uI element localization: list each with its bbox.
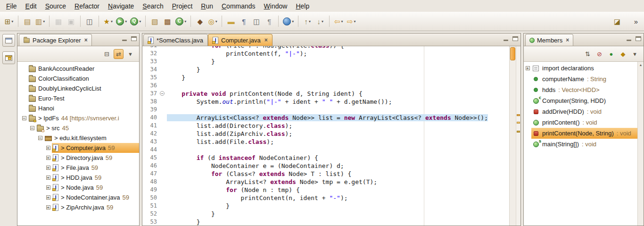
code-line[interactable]: 45 if (d instanceof NodeContainer) { <box>142 154 508 162</box>
dropdown-arrow-icon[interactable]: ▾ <box>354 19 356 24</box>
editor-tab[interactable]: JComputer.java× <box>208 34 272 46</box>
tree-item[interactable]: DoublyLinkedCyclicList <box>17 84 139 93</box>
dropdown-arrow-icon[interactable]: ▾ <box>184 19 186 24</box>
tree-item[interactable]: +J> Computer.java 59 <box>17 143 139 153</box>
open-perspective-button[interactable]: ◫ <box>83 15 96 27</box>
tree-item[interactable]: Euro-Test <box>17 93 139 103</box>
expander-plus-icon[interactable]: + <box>46 146 50 150</box>
web-browser-button[interactable]: ▾ <box>281 15 295 27</box>
menu-project[interactable]: Project <box>168 1 197 11</box>
overview-ruler[interactable] <box>516 46 520 226</box>
run-button[interactable]: ▶▾ <box>115 15 128 27</box>
forward-button[interactable]: ⇨▾ <box>345 15 357 27</box>
view-menu-button[interactable]: ▾ <box>125 49 135 59</box>
tree-item[interactable]: BankAccountReader <box>17 64 139 74</box>
code-line[interactable]: 35 } <box>142 74 508 82</box>
code-line[interactable]: 36 <box>142 82 508 90</box>
save-button[interactable]: ▦ <box>52 15 65 27</box>
tab-members[interactable]: Members × <box>525 34 573 46</box>
menu-file[interactable]: File <box>2 1 21 11</box>
maximize-button[interactable] <box>636 36 641 41</box>
new-wizard-tools-button[interactable]: ★▾ <box>102 15 114 27</box>
menu-window[interactable]: Window <box>260 1 292 11</box>
menu-help[interactable]: Help <box>291 1 314 11</box>
dropdown-arrow-icon[interactable]: ▾ <box>43 19 45 24</box>
external-tools-button[interactable]: Q▾ <box>129 15 142 27</box>
editor-scrollbar[interactable] <box>509 46 516 226</box>
minimize-button[interactable] <box>626 36 632 41</box>
new-file-button[interactable]: ▥▾ <box>34 15 46 27</box>
close-icon[interactable]: × <box>84 37 88 43</box>
member-item[interactable]: +import declarations <box>524 63 637 74</box>
tree-item[interactable]: +J> NodeContainer.java 59 <box>17 193 139 202</box>
code-line[interactable]: 43 list.add(File.class); <box>142 138 508 146</box>
sort-button[interactable]: ⇅ <box>583 49 593 59</box>
next-annotation-button[interactable]: ↓▾ <box>314 15 326 27</box>
expander-plus-icon[interactable]: + <box>46 166 50 170</box>
code-editor[interactable]: 31 for (File f : hdd.get(File.class)) {3… <box>142 46 520 226</box>
code-line[interactable]: 32 printContent(f, "|-"); <box>142 50 508 58</box>
previous-annotation-button[interactable]: ↑▾ <box>301 15 314 27</box>
code-line[interactable]: 41 list.add(Directory.class); <box>142 122 508 130</box>
open-jar-button[interactable]: ◆ <box>194 15 206 27</box>
back-button[interactable]: ⇦▾ <box>332 15 345 27</box>
code-line[interactable]: 34 } <box>142 66 508 74</box>
dropdown-arrow-icon[interactable]: ▾ <box>125 19 127 24</box>
tree-item[interactable]: ColorClassification <box>17 74 139 84</box>
code-line[interactable]: 37− private void printContent(Node d, St… <box>142 90 508 98</box>
code-line[interactable]: 48 ArrayList<? extends Node> tmp = e.get… <box>142 178 508 186</box>
member-item[interactable]: computerName : String <box>524 74 637 84</box>
code-line[interactable]: 47 for (Class<? extends Node> T : list) … <box>142 170 508 178</box>
mark-occurrences-button[interactable]: ▬ <box>225 15 237 27</box>
tree-item[interactable]: +J> ZipArchiv.java 59 <box>17 202 139 212</box>
member-item[interactable]: cComputer(String, HDD) <box>524 95 637 106</box>
close-icon[interactable]: × <box>566 37 569 43</box>
members-scrollbar[interactable]: ▲ <box>637 62 644 226</box>
tree-item[interactable]: +J> File.java 59 <box>17 163 139 173</box>
collapse-region-icon[interactable]: − <box>160 91 165 96</box>
show-block-selection-button[interactable]: ◫ <box>250 15 263 27</box>
code-line[interactable]: 53 } <box>142 218 508 226</box>
expander-plus-icon[interactable]: + <box>46 195 50 200</box>
expander-minus-icon[interactable]: − <box>22 116 26 120</box>
new-class-button[interactable]: C▾ <box>174 15 188 27</box>
search-button[interactable]: ◎▾ <box>206 15 219 27</box>
menu-source[interactable]: Source <box>41 1 70 11</box>
code-area[interactable]: 31 for (File f : hdd.get(File.class)) {3… <box>142 46 508 226</box>
member-item[interactable]: printContent() : void <box>524 117 637 128</box>
restore-view-button[interactable] <box>2 34 15 47</box>
tree-item[interactable]: +J> HDD.java 59 <box>17 173 139 183</box>
hide-static-button[interactable]: ● <box>606 49 616 59</box>
expander-minus-icon[interactable]: − <box>30 126 34 130</box>
code-line[interactable]: 38 System.out.println("|-" + ident + " "… <box>142 98 508 106</box>
dropdown-arrow-icon[interactable]: ▾ <box>215 19 217 24</box>
overview-annotation-mark[interactable] <box>517 114 520 116</box>
code-line[interactable]: 40 ArrayList<Class<? extends Node>> list… <box>142 114 508 122</box>
tree-item[interactable]: Hanoi <box>17 103 139 113</box>
minimize-button[interactable] <box>122 36 127 41</box>
maximize-button[interactable] <box>512 36 518 41</box>
close-icon[interactable]: × <box>264 37 268 43</box>
fast-view-button[interactable] <box>2 51 15 64</box>
menu-navigate[interactable]: Navigate <box>104 1 138 11</box>
minimize-button[interactable] <box>503 36 509 41</box>
editor-tab[interactable]: J*SomeClass.java <box>143 34 208 46</box>
new-package-button[interactable]: ▩ <box>161 15 173 27</box>
dropdown-arrow-icon[interactable]: ▾ <box>292 19 294 24</box>
code-line[interactable]: 31 for (File f : hdd.get(File.class)) { <box>142 46 508 50</box>
show-whitespace-button[interactable]: ¶ <box>238 15 250 27</box>
dropdown-arrow-icon[interactable]: ▾ <box>341 19 343 24</box>
scroll-up-icon[interactable]: ▲ <box>638 62 644 67</box>
tree-item[interactable]: −> edu.kit.filesystem <box>17 133 139 143</box>
new-wizard-button[interactable]: ⊞▾ <box>3 15 15 27</box>
tree-item[interactable]: −> IpdFs 44 [https://svnserver.i <box>17 113 139 123</box>
link-with-editor-button[interactable]: ⇄ <box>114 49 124 59</box>
expander-plus-icon[interactable]: + <box>526 66 530 70</box>
scrollbar-thumb[interactable] <box>510 47 515 60</box>
tab-package-explorer[interactable]: Package Explorer × <box>19 34 92 46</box>
code-line[interactable]: 49 for (Node n : tmp) { <box>142 186 508 194</box>
menu-run[interactable]: Run <box>197 1 217 11</box>
tree-item[interactable]: −> src 45 <box>17 123 139 133</box>
code-line[interactable]: 50 printContent(n, ident + "-"); <box>142 194 508 202</box>
overview-annotation-mark[interactable] <box>517 131 520 133</box>
